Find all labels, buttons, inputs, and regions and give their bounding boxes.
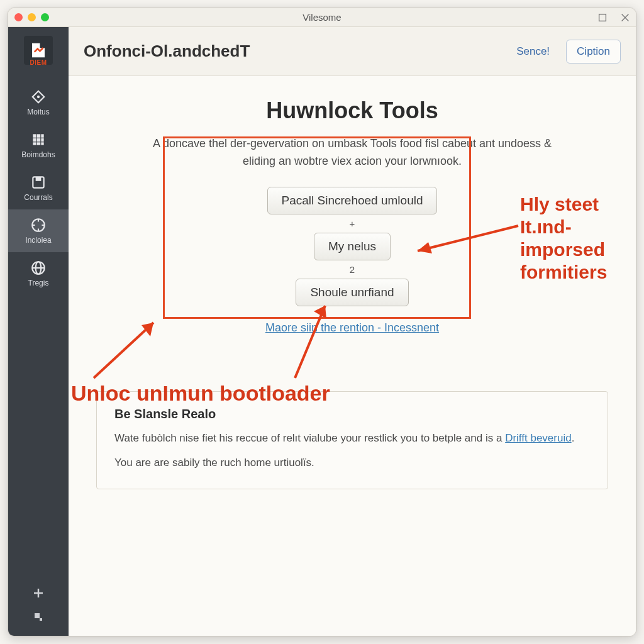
svg-rect-4 (37, 134, 40, 137)
sidebar-item-boimdohs[interactable]: Boimdohs (8, 124, 69, 167)
svg-rect-11 (41, 142, 43, 145)
svg-rect-6 (33, 138, 36, 142)
main-area: Huwnlock Tools A doncave thel der-geverv… (69, 76, 636, 636)
collapse-icon[interactable] (32, 611, 45, 623)
window-restore-icon[interactable] (597, 12, 608, 23)
maximize-dot[interactable] (41, 13, 49, 21)
pacall-button[interactable]: Pacall Sincrehoed umlould (267, 187, 438, 214)
info-text: Wate fubòlch nise fiet his reccue of rel… (114, 432, 505, 444)
info-text-end: . (572, 432, 575, 444)
traffic-lights (14, 13, 49, 21)
step-plus: + (350, 218, 355, 229)
more-link[interactable]: Maore siin the rention - Incessnent (90, 321, 614, 335)
sidebar-item-label: Courrals (24, 193, 52, 202)
sidebar-item-tregis[interactable]: Tregis (8, 252, 69, 295)
svg-rect-3 (33, 134, 36, 137)
sence-button[interactable]: Sence! (506, 40, 560, 64)
svg-rect-10 (37, 142, 40, 145)
sidebar: DIEM Moitus Boimdohs Courrals Incloiea T… (8, 27, 69, 636)
minimize-dot[interactable] (28, 13, 36, 21)
svg-rect-7 (37, 138, 40, 142)
sidebar-item-label: Incloiea (25, 236, 51, 245)
sidebar-item-label: Tregis (28, 279, 49, 287)
titlebar: Vilesome (8, 8, 636, 27)
page-title: Onfonci-Ol.andchedT (84, 42, 250, 61)
info-card-line2: You are are sabily the ruch home urtiuol… (114, 455, 590, 471)
action-stack: Pacall Sincrehoed umlould + My nelus 2 S… (90, 187, 614, 306)
target-icon (30, 217, 47, 233)
svg-rect-8 (41, 138, 43, 142)
plus-icon[interactable] (32, 587, 45, 599)
close-dot[interactable] (14, 13, 23, 21)
sidebar-item-moitus[interactable]: Moitus (8, 81, 69, 124)
svg-marker-22 (314, 306, 326, 319)
window-close-icon[interactable] (619, 12, 631, 23)
diamond-icon (30, 89, 47, 105)
hero-description: A doncave thel der-gevervation on umbask… (151, 135, 553, 170)
content-header: Onfonci-Ol.andchedT Sence! Ciption (69, 27, 636, 76)
svg-line-21 (295, 306, 325, 378)
info-card-line1: Wate fubòlch nise fiet his reccue of rel… (114, 430, 590, 447)
sidebar-bottom (32, 587, 45, 636)
info-card-title: Be Slansle Realo (114, 407, 590, 421)
globe-icon (30, 260, 47, 276)
content-pane: Onfonci-Ol.andchedT Sence! Ciption Huwnl… (69, 27, 636, 636)
sidebar-item-courrals[interactable]: Courrals (8, 167, 69, 209)
app-logo[interactable]: DIEM (24, 36, 53, 65)
sidebar-item-label: Boimdohs (21, 150, 55, 159)
app-window: Vilesome DIEM Moitus Boimdohs Courrals (8, 8, 636, 636)
ciption-button[interactable]: Ciption (566, 40, 621, 64)
window-title: Vilesome (8, 12, 636, 23)
svg-rect-5 (41, 134, 43, 137)
svg-rect-0 (599, 14, 606, 21)
sidebar-item-incloiea[interactable]: Incloiea (8, 209, 69, 252)
info-card: Be Slansle Realo Wate fubòlch nise fiet … (96, 391, 608, 489)
drift-link[interactable]: Drifft beveruid (505, 432, 572, 444)
shoule-button[interactable]: Shoule unrfiand (296, 279, 408, 306)
svg-rect-13 (36, 177, 42, 181)
save-icon (30, 174, 47, 191)
step-2: 2 (350, 264, 355, 275)
sidebar-item-label: Moitus (27, 108, 49, 116)
mynelus-button[interactable]: My nelus (314, 233, 391, 260)
svg-point-2 (37, 96, 40, 98)
svg-rect-9 (33, 142, 36, 145)
logo-text: DIEM (30, 59, 47, 66)
hero-title: Huwnlock Tools (90, 97, 614, 124)
grid-icon (30, 131, 47, 148)
annotation-arrow-bottom-right (270, 296, 339, 384)
